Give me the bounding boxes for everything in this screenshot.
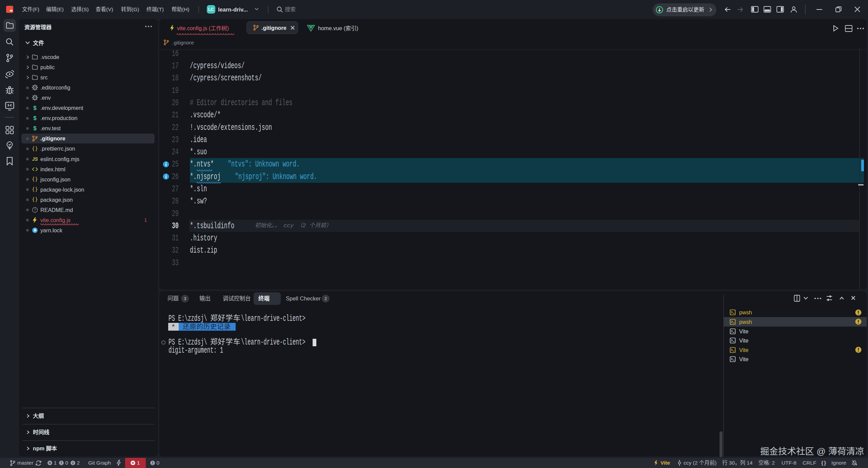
svg-text:?: ? — [34, 208, 36, 212]
